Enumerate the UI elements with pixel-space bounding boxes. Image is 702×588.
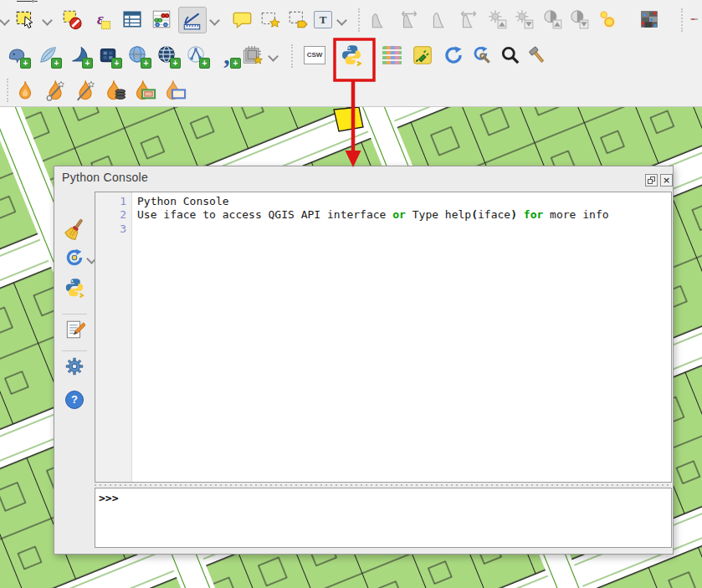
flame-wand-star-icon[interactable] xyxy=(74,79,97,102)
clear-console-icon[interactable] xyxy=(64,218,85,240)
toolbar-area: Help ε xyxy=(0,0,702,106)
touch-glow-icon[interactable] xyxy=(596,8,619,31)
separator xyxy=(7,79,8,102)
import-class-icon[interactable] xyxy=(64,247,85,268)
add-mssql-layer-icon[interactable] xyxy=(67,43,90,67)
histogram-stretch-full-icon[interactable] xyxy=(397,8,421,31)
text-annotation-icon[interactable]: T xyxy=(311,8,335,31)
measure-icon[interactable] xyxy=(178,7,207,33)
options-icon[interactable] xyxy=(64,355,85,377)
line-number: 3 xyxy=(95,222,131,236)
annotation-dropdown-icon[interactable] xyxy=(336,15,347,26)
brightness-increase-icon[interactable] xyxy=(485,8,509,31)
virtual-layer-dropdown-icon[interactable] xyxy=(268,51,279,62)
chevron-down-icon[interactable] xyxy=(0,15,10,26)
show-bookmarks-icon[interactable] xyxy=(286,8,310,31)
brightness-decrease-icon[interactable] xyxy=(512,8,535,31)
float-window-button[interactable] xyxy=(645,174,658,187)
flame-green-extent-icon[interactable] xyxy=(134,79,157,102)
separator xyxy=(358,8,360,32)
console-output[interactable]: 1 2 3 Python Console Use iface to access… xyxy=(95,192,672,483)
cumulative-stretch-local-icon[interactable] xyxy=(428,8,452,31)
highlighted-parcel xyxy=(334,107,363,131)
add-oracle-layer-icon[interactable] xyxy=(96,43,120,67)
flame-plugin-toolbar xyxy=(0,77,702,105)
console-input[interactable]: >>> xyxy=(95,488,672,548)
select-by-expression-icon[interactable]: ε xyxy=(89,8,112,31)
histogram-stretch-local-icon[interactable] xyxy=(368,8,392,31)
georeferencer-icon[interactable] xyxy=(638,8,661,31)
plugin-builder-icon[interactable] xyxy=(470,43,494,67)
line-number: 1 xyxy=(95,195,131,208)
separator xyxy=(291,44,293,68)
add-virtual-layer-icon[interactable] xyxy=(241,43,264,67)
console-line-3 xyxy=(137,222,671,236)
console-sidebar: ? xyxy=(54,192,95,554)
console-line-1: Python Console xyxy=(137,195,671,208)
line-number: 2 xyxy=(95,208,131,222)
plugin-reload-icon[interactable] xyxy=(442,43,465,67)
add-wfs-layer-icon[interactable] xyxy=(184,43,208,67)
build-tools-icon[interactable] xyxy=(525,43,549,67)
line-number-gutter: 1 2 3 xyxy=(95,192,132,482)
code-area: Python Console Use iface to access QGIS … xyxy=(132,192,671,482)
flame-icon[interactable] xyxy=(13,79,37,102)
statistical-summary-icon[interactable] xyxy=(150,8,173,31)
help-icon[interactable]: ? xyxy=(64,389,85,411)
close-icon: × xyxy=(663,176,670,185)
show-editor-icon[interactable] xyxy=(64,319,85,340)
flame-layers-icon[interactable] xyxy=(104,79,127,102)
separator xyxy=(681,8,683,32)
layers-plugins-toolbar: , CSW xyxy=(0,42,702,72)
deselect-features-icon[interactable] xyxy=(60,8,84,31)
add-wms-layer-icon[interactable] xyxy=(126,43,149,67)
qgis-window: Help ε xyxy=(0,0,702,588)
map-tips-icon[interactable] xyxy=(231,8,254,31)
separator xyxy=(62,350,87,351)
python-console-title[interactable]: Python Console xyxy=(62,171,148,184)
contrast-decrease-icon[interactable] xyxy=(567,8,591,31)
add-wcs-layer-icon[interactable] xyxy=(155,43,178,67)
attributes-toolbar: ε xyxy=(0,7,702,35)
console-line-2: Use iface to access QGIS API interface o… xyxy=(137,208,671,222)
manage-plugins-icon[interactable] xyxy=(380,43,403,67)
select-dropdown-icon[interactable] xyxy=(42,15,53,26)
run-command-icon[interactable] xyxy=(64,277,85,299)
attribute-table-icon[interactable] xyxy=(120,8,144,31)
add-postgis-layer-icon[interactable] xyxy=(5,43,28,67)
add-spatialite-layer-icon[interactable] xyxy=(36,43,59,67)
console-prompt: >>> xyxy=(99,492,118,504)
measure-dropdown-icon[interactable] xyxy=(209,15,220,26)
python-console-icon[interactable] xyxy=(340,43,363,67)
metasearch-csw-icon[interactable]: CSW xyxy=(303,43,326,67)
add-delimited-text-layer-icon[interactable]: , xyxy=(215,43,238,67)
python-console-window: Python Console × xyxy=(54,166,674,555)
menu-help[interactable]: Help xyxy=(17,0,50,4)
select-features-icon[interactable] xyxy=(13,8,37,31)
contrast-increase-icon[interactable] xyxy=(541,8,564,31)
new-bookmark-icon[interactable] xyxy=(259,8,282,31)
flame-blue-extent-icon[interactable] xyxy=(164,79,187,102)
plugin-toolbar-icon[interactable] xyxy=(411,43,434,67)
restore-icon xyxy=(648,177,654,183)
partial-icon[interactable] xyxy=(689,8,702,31)
search-icon[interactable] xyxy=(499,43,522,67)
cumulative-stretch-full-icon[interactable] xyxy=(457,8,480,31)
separator xyxy=(62,314,87,314)
close-button[interactable]: × xyxy=(660,174,673,187)
console-splitter[interactable] xyxy=(95,483,672,487)
flame-wand-circle-icon[interactable] xyxy=(44,79,67,102)
